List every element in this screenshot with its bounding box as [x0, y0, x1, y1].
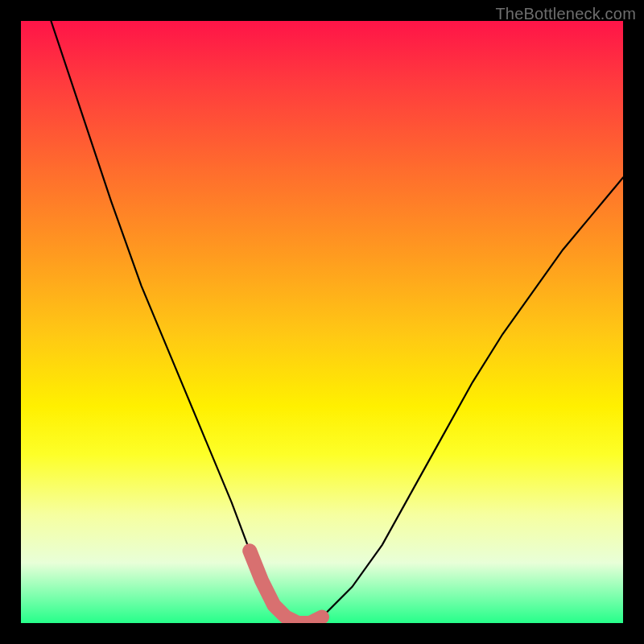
chart-plot-area: [21, 21, 623, 623]
outer-frame: TheBottleneck.com: [0, 0, 644, 644]
watermark-text: TheBottleneck.com: [495, 5, 636, 23]
chart-svg: [21, 21, 623, 623]
optimal-range-highlight: [250, 551, 322, 623]
bottleneck-curve: [51, 21, 623, 623]
